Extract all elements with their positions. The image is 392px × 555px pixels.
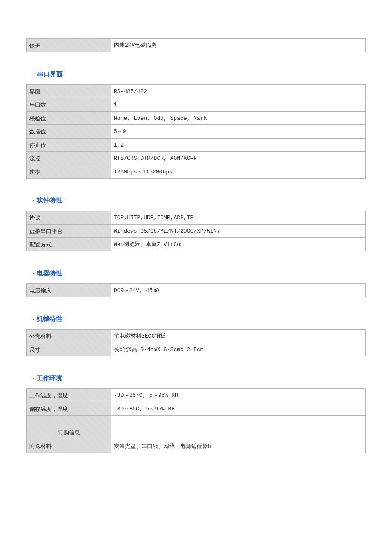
section-heading: - 串口界面	[32, 70, 366, 78]
spec-table: 外壳材料抗电磁材料SECC钢板 尺寸长X宽X高=9·4cmX 6·5cmX 2·…	[26, 329, 366, 356]
table-row: 虚拟串口平台Windows 95/98/ME/NT/2000/XP/WIN7	[27, 224, 366, 238]
table-row: 串口数1	[27, 98, 366, 112]
spec-label: 电压输入	[27, 283, 111, 297]
table-row: 外壳材料抗电磁材料SECC钢板	[27, 330, 366, 343]
spec-value: RTS/CTS,DTR/DCR, XON/XOFF	[111, 152, 366, 165]
spec-value: TCP,HTTP,UDP,ICMP,ARP,IP	[111, 211, 366, 225]
spec-value: 抗电磁材料SECC钢板	[111, 330, 366, 343]
spec-label: 协议	[27, 211, 111, 225]
spec-table-top: 保护 内建2KV电磁隔离	[26, 38, 366, 52]
spec-value: Web浏览器、卓岚ZLVirCom	[111, 238, 366, 251]
table-row: 速率1200bps～115200bps	[27, 165, 366, 179]
spec-value: -30～85C, 5～95% RH	[111, 402, 366, 416]
table-row: 数据位5～9	[27, 125, 366, 139]
spec-label: 速率	[27, 165, 111, 179]
table-row: 保护 内建2KV电磁隔离	[27, 39, 366, 52]
spec-label: 储存温度，湿度	[27, 402, 111, 416]
table-row: 停止位1,2	[27, 138, 366, 152]
spec-table: 协议TCP,HTTP,UDP,ICMP,ARP,IP 虚拟串口平台Windows…	[26, 211, 366, 251]
section-top: 保护 内建2KV电磁隔离	[26, 38, 366, 52]
spec-value: RS-485/422	[111, 84, 366, 98]
spec-value: Windows 95/98/ME/NT/2000/XP/WIN7	[111, 224, 366, 238]
order-info-label: 订购信息	[29, 416, 108, 440]
spec-label: 串口数	[27, 98, 111, 112]
spec-label: 数据位	[27, 125, 111, 139]
bullet-icon: ·	[32, 315, 34, 323]
accessory-label: 附送材料	[29, 440, 108, 451]
section-heading: · 软件特性	[32, 197, 366, 205]
section-software: · 软件特性 协议TCP,HTTP,UDP,ICMP,ARP,IP 虚拟串口平台…	[26, 197, 366, 251]
bullet-icon: ·	[32, 375, 34, 382]
section-mechanical: · 机械特性 外壳材料抗电磁材料SECC钢板 尺寸长X宽X高=9·4cmX 6·…	[26, 315, 366, 356]
spec-value: 内建2KV电磁隔离	[111, 39, 366, 52]
bullet-icon: ·	[32, 270, 34, 277]
section-environment: · 工作环境 工作温度，湿度-30～85°C, 5～95% RH 储存温度，湿度…	[26, 374, 366, 453]
heading-text: 串口界面	[37, 70, 63, 78]
heading-text: 工作环境	[37, 374, 62, 382]
spec-value: -30～85°C, 5～95% RH	[111, 389, 366, 402]
spec-table: 界面RS-485/422 串口数1 校验位None, Even, Odd, Sp…	[26, 84, 366, 179]
spec-value: 1200bps～115200bps	[111, 165, 366, 179]
table-row: 校验位None, Even, Odd, Space, Mark	[27, 111, 366, 125]
section-heading: · 工作环境	[32, 374, 366, 382]
spec-label: 流控	[27, 152, 111, 165]
table-row: 储存温度，湿度-30～85C, 5～95% RH	[27, 402, 366, 416]
spec-value: 安装光盘、串口线、网线、电源适配器h	[111, 416, 366, 453]
table-row: 协议TCP,HTTP,UDP,ICMP,ARP,IP	[27, 211, 366, 225]
spec-value: None, Even, Odd, Space, Mark	[111, 111, 366, 125]
spec-label: 界面	[27, 84, 111, 98]
heading-text: 机械特性	[37, 315, 62, 323]
heading-text: 电器特性	[37, 269, 62, 278]
spec-label: 虚拟串口平台	[27, 224, 111, 238]
table-row: 订购信息 附送材料 安装光盘、串口线、网线、电源适配器h	[27, 416, 366, 453]
spec-value: 1	[111, 98, 366, 112]
spec-value: 长X宽X高=9·4cmX 6·5cmX 2·5cm	[111, 343, 366, 356]
table-row: 流控RTS/CTS,DTR/DCR, XON/XOFF	[27, 152, 366, 165]
spec-value: 5～9	[111, 125, 366, 139]
spec-label-order: 订购信息 附送材料	[27, 416, 111, 453]
bullet-icon: -	[32, 71, 35, 78]
spec-table: 工作温度，湿度-30～85°C, 5～95% RH 储存温度，湿度-30～85C…	[26, 388, 366, 453]
table-row: 配置方式Web浏览器、卓岚ZLVirCom	[27, 238, 366, 251]
table-row: 尺寸长X宽X高=9·4cmX 6·5cmX 2·5cm	[27, 343, 366, 356]
spec-label: 尺寸	[27, 343, 111, 356]
table-row: 工作温度，湿度-30～85°C, 5～95% RH	[27, 389, 366, 402]
spec-label: 外壳材料	[27, 330, 111, 343]
section-heading: · 电器特性	[32, 269, 366, 278]
spec-label: 保护	[27, 39, 111, 52]
spec-label: 工作温度，湿度	[27, 389, 111, 402]
spec-table: 电压输入DC9～24V, 45mA	[26, 283, 366, 298]
spec-value: 1,2	[111, 138, 366, 152]
spec-value: DC9～24V, 45mA	[111, 283, 366, 297]
section-serial-interface: - 串口界面 界面RS-485/422 串口数1 校验位None, Even, …	[26, 70, 366, 179]
spec-label: 校验位	[27, 111, 111, 125]
section-electrical: · 电器特性 电压输入DC9～24V, 45mA	[26, 269, 366, 298]
bullet-icon: ·	[32, 197, 34, 204]
spec-label: 配置方式	[27, 238, 111, 251]
spec-label: 停止位	[27, 138, 111, 152]
section-heading: · 机械特性	[32, 315, 366, 323]
table-row: 界面RS-485/422	[27, 84, 366, 98]
table-row: 电压输入DC9～24V, 45mA	[27, 283, 366, 297]
heading-text: 软件特性	[37, 197, 62, 205]
